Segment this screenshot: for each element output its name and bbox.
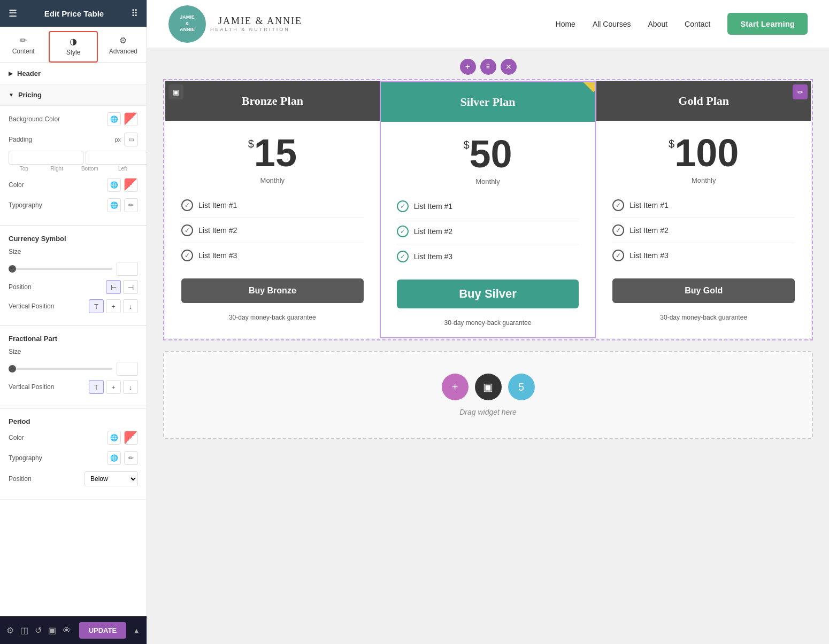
currency-vpos-label: Vertical Position <box>9 302 54 310</box>
bronze-header: Bronze Plan <box>165 81 380 121</box>
buy-silver-btn[interactable]: Buy Silver <box>397 280 579 308</box>
silver-title: Silver Plan <box>392 95 585 109</box>
padding-icon[interactable]: ▭ <box>124 133 138 146</box>
nav-courses[interactable]: All Courses <box>593 20 631 28</box>
period-color-global-icon[interactable]: 🌐 <box>107 431 121 445</box>
close-widget-btn[interactable]: ✕ <box>501 59 517 75</box>
frac-vpos-bot-btn[interactable]: ↓ <box>123 380 138 394</box>
grid-icon[interactable]: ⠿ <box>131 7 138 19</box>
fractional-size-slider[interactable] <box>9 368 112 370</box>
frac-vpos-mid-btn[interactable]: + <box>106 380 121 394</box>
typography-edit-icon[interactable]: ✏ <box>124 198 138 212</box>
buy-bronze-btn[interactable]: Buy Bronze <box>181 278 364 303</box>
gold-item-1: List Item #1 <box>630 201 668 210</box>
frac-vpos-top-btn[interactable]: T <box>89 380 104 394</box>
currency-size-row: Size <box>9 248 138 255</box>
header-arrow-icon: ▶ <box>9 71 13 76</box>
currency-size-slider[interactable] <box>9 268 112 270</box>
currency-title: Currency Symbol <box>9 235 138 243</box>
drag-elementor-icon[interactable]: 5 <box>508 374 535 400</box>
currency-vpos-btns: T + ↓ <box>89 299 138 313</box>
settings-icon[interactable]: ⚙ <box>6 625 14 635</box>
block-icon-btn[interactable]: ▣ <box>168 84 183 99</box>
global-color-icon[interactable]: 🌐 <box>107 112 121 126</box>
bronze-items: ✓ List Item #1 ✓ List Item #2 ✓ List Ite… <box>165 193 380 268</box>
vpos-mid-btn[interactable]: + <box>106 299 121 313</box>
fractional-vpos-label: Vertical Position <box>9 383 54 391</box>
drag-icons: + ▣ 5 <box>442 374 535 400</box>
period-position-select[interactable]: Below Above <box>85 471 138 486</box>
bottom-label: Bottom <box>74 166 105 172</box>
update-button[interactable]: UPDATE <box>79 622 126 639</box>
tab-style[interactable]: ◑ Style <box>49 31 97 63</box>
buy-gold-btn[interactable]: Buy Gold <box>612 278 795 303</box>
silver-header: Silver Plan POPULAR <box>381 82 595 122</box>
layers-icon[interactable]: ◫ <box>20 625 28 635</box>
check-icon: ✓ <box>612 250 624 261</box>
eye-icon[interactable]: 👁 <box>63 626 71 635</box>
pos-left-btn[interactable]: ⊢ <box>106 280 121 294</box>
tab-advanced[interactable]: ⚙ Advanced <box>100 31 147 63</box>
fractional-vpos-btns: T + ↓ <box>89 380 138 394</box>
gold-items: ✓ List Item #1 ✓ List Item #2 ✓ List Ite… <box>596 193 811 268</box>
tab-style-label: Style <box>66 49 81 56</box>
nav-about[interactable]: About <box>648 20 667 28</box>
currency-size-value[interactable] <box>117 262 138 276</box>
pos-right-btn[interactable]: ⊣ <box>123 280 138 294</box>
vpos-bot-btn[interactable]: ↓ <box>123 299 138 313</box>
nav-contact[interactable]: Contact <box>685 20 710 28</box>
cta-button[interactable]: Start Learning <box>727 13 808 35</box>
move-widget-btn[interactable]: ⠿ <box>480 59 496 75</box>
tab-content[interactable]: ✏ Content <box>0 31 47 63</box>
silver-price: 50 <box>470 135 512 173</box>
gold-price: 100 <box>674 134 739 172</box>
panel-tabs: ✏ Content ◑ Style ⚙ Advanced <box>0 27 147 63</box>
silver-item-2: List Item #2 <box>414 227 452 236</box>
bronze-plan-card: Bronze Plan $ 15 Monthly ✓ List Item #1 … <box>165 81 380 338</box>
drag-area[interactable]: + ▣ 5 Drag widget here <box>163 351 813 439</box>
period-typography-edit-icon[interactable]: ✏ <box>124 451 138 465</box>
vpos-top-btn[interactable]: T <box>89 299 104 313</box>
gold-plan-card: Gold Plan $ 100 Monthly ✓ List Item #1 ✓… <box>596 81 811 338</box>
period-color-swatch[interactable] <box>124 431 138 445</box>
chevron-up-icon[interactable]: ▲ <box>133 626 140 635</box>
check-icon: ✓ <box>181 224 193 236</box>
silver-items: ✓ List Item #1 ✓ List Item #2 ✓ List Ite… <box>381 194 595 269</box>
silver-item-1: List Item #1 <box>414 202 452 211</box>
hamburger-icon[interactable]: ☰ <box>9 7 17 19</box>
bg-color-swatch[interactable] <box>124 112 138 126</box>
gold-guarantee: 30-day money-back guarantee <box>655 314 753 332</box>
history-icon[interactable]: ↺ <box>35 625 42 635</box>
check-icon: ✓ <box>397 226 409 237</box>
padding-top[interactable] <box>9 151 83 165</box>
notes-icon[interactable]: ▣ <box>48 625 56 635</box>
drag-widget-icon[interactable]: ▣ <box>475 374 502 400</box>
period-position-row: Position Below Above <box>9 471 138 486</box>
logo-text: JAMIE & ANNIE <box>218 15 302 27</box>
period-typography-global-icon[interactable]: 🌐 <box>107 451 121 465</box>
bg-color-controls: 🌐 <box>107 112 138 126</box>
padding-label: Padding <box>9 136 32 143</box>
list-item: ✓ List Item #2 <box>181 218 364 243</box>
top-label: Top <box>9 166 40 172</box>
typography-global-icon[interactable]: 🌐 <box>107 198 121 212</box>
list-item: ✓ List Item #2 <box>612 218 795 243</box>
right-label: Right <box>42 166 73 172</box>
bronze-item-2: List Item #2 <box>198 226 237 235</box>
color-swatch[interactable] <box>124 178 138 192</box>
typography-row: Typography 🌐 ✏ <box>9 198 138 212</box>
pricing-section-toggle[interactable]: ▼ Pricing <box>0 84 147 106</box>
color-global-icon[interactable]: 🌐 <box>107 178 121 192</box>
fractional-size-row: Size <box>9 348 138 355</box>
fractional-vpos-row: Vertical Position T + ↓ <box>9 380 138 394</box>
fractional-size-value[interactable] <box>117 362 138 376</box>
edit-icon-btn[interactable]: ✏ <box>793 84 808 99</box>
period-position-label: Position <box>9 475 32 483</box>
drag-plus-icon[interactable]: + <box>442 374 469 400</box>
list-item: ✓ List Item #1 <box>612 193 795 218</box>
header-section[interactable]: ▶ Header <box>0 63 147 84</box>
padding-right[interactable] <box>86 151 147 165</box>
nav-home[interactable]: Home <box>556 20 575 28</box>
bronze-currency: $ <box>248 138 254 150</box>
add-widget-btn[interactable]: + <box>460 59 476 75</box>
